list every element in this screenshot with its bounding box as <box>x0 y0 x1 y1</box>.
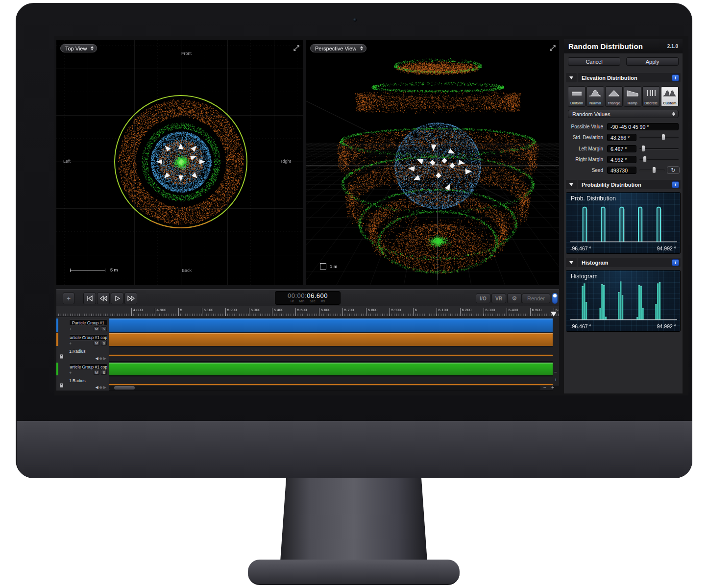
skip-to-start-button[interactable] <box>83 293 96 304</box>
mute-button[interactable]: M <box>94 341 99 345</box>
rewind-button[interactable] <box>97 293 110 304</box>
prev-keyframe-icon[interactable]: ◀ <box>96 356 99 361</box>
slider-thumb[interactable] <box>661 134 665 141</box>
distribution-type-discrete[interactable]: Discrete <box>642 86 660 107</box>
expand-icon[interactable] <box>549 44 557 52</box>
histogram-section-bar[interactable]: Histogram i <box>578 258 681 267</box>
add-button[interactable]: + <box>63 293 74 304</box>
info-icon[interactable]: i <box>672 181 679 188</box>
top-view-canvas[interactable] <box>56 40 303 285</box>
parameter-lane[interactable] <box>109 347 553 362</box>
scale-line <box>70 269 105 272</box>
ruler-canvas <box>56 306 559 317</box>
add-parameter-button[interactable]: + <box>69 327 72 331</box>
distribution-type-normal[interactable]: Normal <box>586 86 604 107</box>
expand-icon[interactable] <box>293 44 300 52</box>
keyframe-icon[interactable]: ◆ <box>99 356 103 361</box>
prev-keyframe-icon[interactable]: ◀ <box>96 385 99 390</box>
slider-track[interactable] <box>639 170 665 171</box>
timeline-ruler[interactable] <box>56 306 559 317</box>
render-button[interactable]: Render <box>522 294 550 303</box>
next-keyframe-icon[interactable]: ▶ <box>103 385 107 390</box>
add-parameter-button[interactable]: + <box>69 371 72 375</box>
distribution-type-uniform[interactable]: Uniform <box>568 86 586 107</box>
camera-icon <box>353 18 357 22</box>
play-button[interactable] <box>111 293 123 304</box>
value-field[interactable]: 493730 <box>607 167 636 174</box>
disclosure-triangle-icon[interactable] <box>566 258 577 267</box>
random-distribution-panel: Random Distribution 2.1.0 Cancel Apply E… <box>564 39 683 393</box>
mute-button[interactable]: M <box>94 370 99 375</box>
uniform-icon <box>570 89 584 99</box>
distribution-type-custom[interactable]: Custom <box>661 86 679 107</box>
slider-thumb[interactable] <box>643 156 647 163</box>
value-field[interactable]: 6.467 ° <box>607 145 636 152</box>
track-bar[interactable] <box>109 333 553 346</box>
vr-button[interactable]: VR <box>491 294 506 303</box>
animation-curve[interactable] <box>109 355 553 356</box>
keyframe-nav: ◀◆▶ <box>96 356 107 361</box>
fast-forward-button[interactable] <box>124 293 137 304</box>
time-display[interactable]: 00:00:06.600 HrMinSecMs <box>275 291 341 305</box>
horizontal-scrollbar[interactable] <box>109 386 540 390</box>
zoom-in-icon[interactable]: + <box>554 378 557 383</box>
cube-icon <box>320 263 326 270</box>
render-toggle[interactable] <box>552 293 558 304</box>
track-name[interactable]: Particle Group #1 copy <box>69 364 107 370</box>
refresh-icon[interactable]: ↻ <box>667 166 680 174</box>
time-units: HrMinSecMs <box>291 300 325 303</box>
solo-button[interactable]: S <box>101 341 107 345</box>
lock-icon[interactable] <box>59 352 64 361</box>
perspective-canvas[interactable] <box>306 40 559 285</box>
zoom-out-icon[interactable]: − <box>543 385 546 390</box>
left-label: Left <box>63 159 71 164</box>
playhead[interactable] <box>551 312 557 317</box>
track-name[interactable]: Particle Group #1 <box>69 319 107 326</box>
slider-track[interactable] <box>639 137 679 138</box>
value-field[interactable]: 43.266 ° <box>607 134 636 141</box>
track-bar[interactable] <box>109 363 553 376</box>
value-field[interactable]: 4.992 ° <box>607 156 636 163</box>
info-icon[interactable]: i <box>672 74 679 81</box>
random-values-dropdown[interactable]: Random Values <box>568 110 679 118</box>
gear-icon[interactable]: ⚙ <box>507 294 522 303</box>
scrollbar-thumb[interactable] <box>114 386 135 390</box>
track-color-strip <box>56 333 58 346</box>
keyframe-icon[interactable]: ◆ <box>99 385 103 390</box>
info-icon[interactable]: i <box>672 259 679 266</box>
apply-button[interactable]: Apply <box>626 57 679 66</box>
lock-icon[interactable] <box>59 381 64 390</box>
track-name[interactable]: Particle Group #1 copy <box>69 334 107 341</box>
track-bar[interactable] <box>109 318 553 332</box>
value-field[interactable]: -90 -45 0 45 90 ° <box>607 123 679 130</box>
animation-curve[interactable] <box>109 384 553 385</box>
probability-section-bar[interactable]: Probability Distribution i <box>578 180 681 189</box>
slider-thumb[interactable] <box>641 145 645 152</box>
slider-thumb[interactable] <box>652 167 656 173</box>
zoom-in-icon[interactable]: + <box>551 385 554 390</box>
zoom-out-icon[interactable]: − <box>554 370 557 375</box>
slider-track[interactable] <box>639 159 679 160</box>
disclosure-triangle-icon[interactable] <box>566 73 577 82</box>
field-row-right-margin: Right Margin4.992 ° <box>566 156 679 163</box>
solo-button[interactable]: S <box>101 326 107 331</box>
solo-button[interactable]: S <box>101 370 107 375</box>
viewport-perspective: Perspective View 1 m <box>306 40 559 285</box>
add-parameter-button[interactable]: + <box>69 342 72 345</box>
cancel-button[interactable]: Cancel <box>568 57 620 66</box>
distribution-type-triangle[interactable]: Triangle <box>605 86 623 107</box>
disclosure-triangle-icon[interactable] <box>566 180 577 189</box>
imac-stand-neck <box>280 478 427 562</box>
track-header-column: Particle Group #1 + M S Particle Group #… <box>56 317 109 391</box>
top-view-selector[interactable]: Top View <box>60 44 97 52</box>
elevation-section-bar[interactable]: Elevation Distribution i <box>578 73 681 82</box>
slider-track[interactable] <box>639 148 679 149</box>
panel-version: 2.1.0 <box>667 44 678 49</box>
mute-button[interactable]: M <box>94 326 99 331</box>
scale-label: 1 m <box>330 264 338 269</box>
io-button[interactable]: I/O <box>476 294 490 303</box>
track-header-group: Particle Group #1 copy + M S <box>56 363 109 376</box>
next-keyframe-icon[interactable]: ▶ <box>103 356 107 361</box>
perspective-selector[interactable]: Perspective View <box>310 44 366 52</box>
distribution-type-ramp[interactable]: Ramp <box>624 86 641 107</box>
